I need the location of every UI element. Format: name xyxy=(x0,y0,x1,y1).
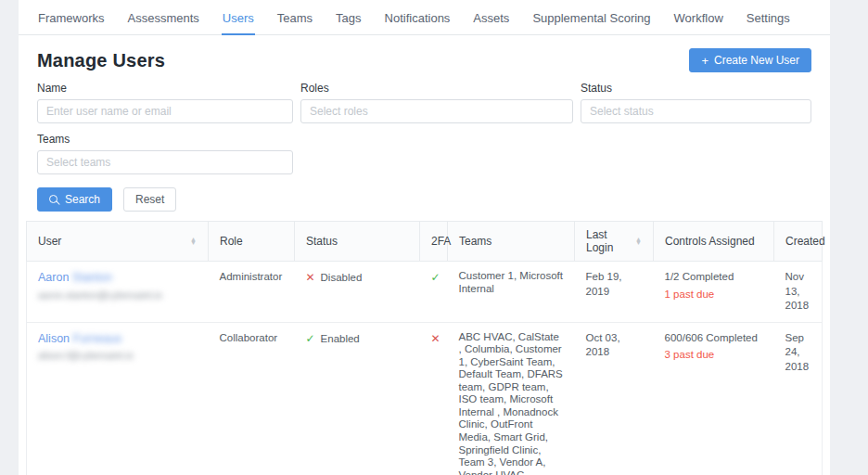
user-email-blurred: aaron.stanton@cybersaint.io xyxy=(38,289,198,302)
column-header-inner: Status xyxy=(306,235,408,248)
status-indicator: ✕Disabled xyxy=(306,270,409,286)
column-header-label: Controls Assigned xyxy=(665,235,755,248)
nav-tab-frameworks[interactable]: Frameworks xyxy=(37,2,106,35)
x-icon: ✕ xyxy=(306,270,315,285)
user-first-name: Aaron xyxy=(38,271,72,284)
filter-row-1: Name Roles Status xyxy=(37,82,811,123)
plus-icon: + xyxy=(701,55,708,67)
user-cell: Aaron Stantonaaron.stanton@cybersaint.io xyxy=(27,262,209,323)
status-label: Enabled xyxy=(321,332,360,347)
user-last-name-blurred: Stanton xyxy=(72,271,112,284)
sort-down-icon: ▼ xyxy=(635,241,642,245)
column-header-user[interactable]: User▲▼ xyxy=(27,222,209,262)
column-header-label: 2FA xyxy=(431,235,451,248)
column-header-label: Last Login xyxy=(586,228,635,254)
column-header-2fa: 2FA xyxy=(420,222,448,262)
check-icon: ✓ xyxy=(306,331,315,346)
nav-tab-assessments[interactable]: Assessments xyxy=(127,2,200,35)
nav-tab-settings[interactable]: Settings xyxy=(746,2,791,35)
status-filter-input[interactable] xyxy=(581,99,811,123)
role-cell: Collaborator xyxy=(209,322,295,475)
search-icon xyxy=(49,195,59,205)
controls-assigned-cell: 600/606 Completed3 past due xyxy=(654,322,774,475)
column-header-last-login[interactable]: Last Login▲▼ xyxy=(575,222,654,262)
column-header-status: Status xyxy=(295,222,420,262)
status-cell-td: ✕Disabled xyxy=(295,262,420,323)
user-last-name-blurred: Furneaux xyxy=(73,332,122,345)
last-login-cell: Feb 19, 2019 xyxy=(575,262,654,323)
filter-row-2: Teams xyxy=(37,133,811,174)
filter-teams: Teams xyxy=(37,133,293,174)
sort-down-icon: ▼ xyxy=(190,241,197,245)
nav-tab-workflow[interactable]: Workflow xyxy=(673,2,724,35)
last-login-cell: Oct 03, 2018 xyxy=(575,322,654,475)
user-first-name: Alison xyxy=(38,332,73,345)
column-header-label: Created xyxy=(785,235,825,248)
column-header-inner: User▲▼ xyxy=(38,235,197,248)
table-row: Alison Furneauxalison.f@cybersaint.ioCol… xyxy=(27,322,823,475)
column-header-inner: Teams xyxy=(459,235,563,248)
users-table: User▲▼RoleStatus2FATeamsLast Login▲▼Cont… xyxy=(26,221,823,475)
column-header-label: Status xyxy=(306,235,338,248)
column-header-inner: Controls Assigned xyxy=(665,235,762,248)
content-panel: FrameworksAssessmentsUsersTeamsTagsNotif… xyxy=(19,0,830,475)
search-button[interactable]: Search xyxy=(37,187,112,212)
teams-filter-input[interactable] xyxy=(37,150,293,174)
column-header-role: Role xyxy=(209,222,295,262)
past-due-text: 3 past due xyxy=(665,348,763,363)
column-header-label: Role xyxy=(220,235,243,248)
create-new-user-button[interactable]: + Create New User xyxy=(689,48,811,72)
check-icon: ✓ xyxy=(431,271,440,284)
controls-completed-text: 600/606 Completed xyxy=(665,331,763,346)
filters-section: Name Roles Status Teams Search xyxy=(19,82,830,213)
roles-filter-input[interactable] xyxy=(300,99,573,123)
search-button-label: Search xyxy=(65,193,100,206)
status-cell-td: ✓Enabled xyxy=(295,322,420,475)
users-table-wrapper: User▲▼RoleStatus2FATeamsLast Login▲▼Cont… xyxy=(26,221,823,475)
nav-tab-users[interactable]: Users xyxy=(222,2,255,35)
name-filter-input[interactable] xyxy=(37,99,293,123)
nav-tab-tags[interactable]: Tags xyxy=(335,2,362,35)
filter-status: Status xyxy=(581,82,811,123)
created-cell: Nov 13, 2018 xyxy=(774,262,823,323)
teams-cell: ABC HVAC, CalState , Columbia, Customer … xyxy=(448,322,575,475)
nav-tab-teams[interactable]: Teams xyxy=(276,2,313,35)
filter-actions: Search Reset xyxy=(37,184,811,213)
user-name-link[interactable]: Alison Furneaux xyxy=(38,331,198,347)
two-fa-cell: ✓ xyxy=(420,262,448,323)
status-filter-label: Status xyxy=(581,82,811,95)
sort-icon[interactable]: ▲▼ xyxy=(635,238,642,245)
column-header-inner: Created xyxy=(785,235,811,248)
column-header-inner: Role xyxy=(220,235,283,248)
table-body: Aaron Stantonaaron.stanton@cybersaint.io… xyxy=(27,262,823,475)
x-icon: ✕ xyxy=(431,332,440,345)
past-due-text: 1 past due xyxy=(665,288,763,302)
nav-tab-supplemental-scoring[interactable]: Supplemental Scoring xyxy=(531,2,651,35)
created-cell: Sep 24, 2018 xyxy=(774,322,823,475)
status-label: Disabled xyxy=(321,271,363,286)
teams-cell: Customer 1, Microsoft Internal xyxy=(448,262,575,323)
top-nav: FrameworksAssessmentsUsersTeamsTagsNotif… xyxy=(19,0,830,35)
column-header-controls-assigned: Controls Assigned xyxy=(654,222,774,262)
column-header-created: Created xyxy=(774,222,823,262)
reset-button[interactable]: Reset xyxy=(123,187,176,212)
filter-roles: Roles xyxy=(300,82,573,123)
reset-button-label: Reset xyxy=(135,193,164,206)
table-header-row: User▲▼RoleStatus2FATeamsLast Login▲▼Cont… xyxy=(27,222,823,262)
column-header-label: Teams xyxy=(459,235,491,248)
teams-filter-label: Teams xyxy=(37,133,293,146)
controls-assigned-cell: 1/2 Completed1 past due xyxy=(654,262,774,323)
user-name-link[interactable]: Aaron Stanton xyxy=(38,270,198,286)
user-email-blurred: alison.f@cybersaint.io xyxy=(38,349,198,362)
column-header-inner: 2FA xyxy=(431,235,436,248)
nav-tab-assets[interactable]: Assets xyxy=(472,2,510,35)
sort-icon[interactable]: ▲▼ xyxy=(190,238,197,245)
column-header-inner: Last Login▲▼ xyxy=(586,228,642,254)
nav-tab-notifications[interactable]: Notifications xyxy=(384,2,452,35)
user-cell: Alison Furneauxalison.f@cybersaint.io xyxy=(27,322,209,475)
page-title: Manage Users xyxy=(37,50,165,71)
role-cell: Administrator xyxy=(209,262,295,323)
page-header: Manage Users + Create New User xyxy=(19,35,830,82)
filter-name: Name xyxy=(37,82,293,123)
controls-completed-text: 1/2 Completed xyxy=(665,270,763,285)
